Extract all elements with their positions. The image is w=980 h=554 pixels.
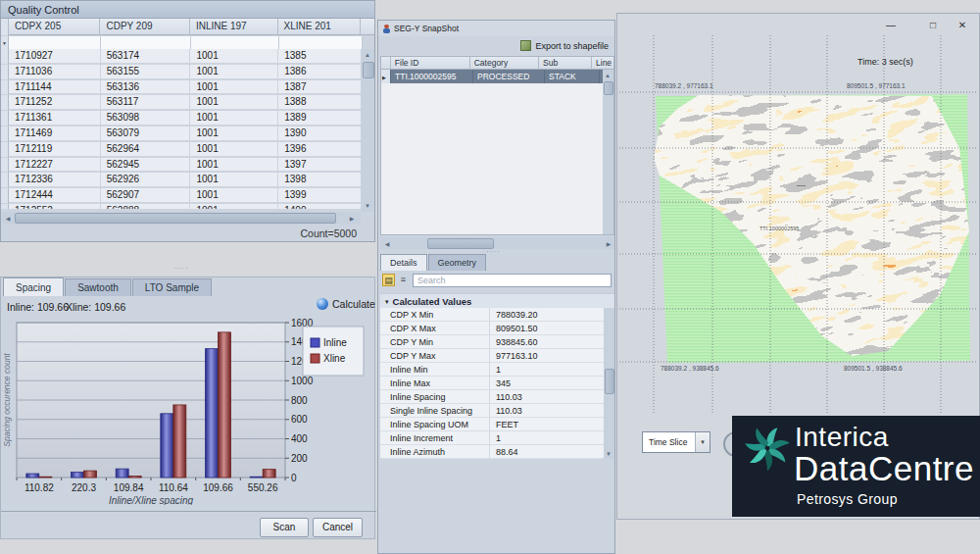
tab-details[interactable]: Details bbox=[380, 254, 427, 271]
props-vscrollbar[interactable]: ▼ bbox=[604, 308, 614, 459]
property-row[interactable]: Single Inline Spacing110.03 bbox=[380, 404, 604, 418]
qc-column-header[interactable]: CDPX 205 bbox=[9, 19, 100, 35]
tab-lto-sample[interactable]: LTO Sample bbox=[132, 278, 212, 296]
property-row[interactable]: CDP X Max809501.50 bbox=[380, 322, 604, 335]
export-to-shapefile-button[interactable]: Export to shapefile bbox=[520, 40, 609, 51]
calculate-button[interactable]: Calculate bbox=[317, 298, 375, 310]
table-row[interactable]: 171103656315510011386 bbox=[1, 65, 362, 80]
scroll-left-icon[interactable]: ◀ bbox=[3, 214, 13, 224]
table-cell: 1712444 bbox=[9, 188, 101, 203]
qc-column-header[interactable]: XLINE 201 bbox=[278, 19, 362, 35]
xline-spacing-value: Xline: 109.66 bbox=[66, 301, 125, 313]
property-row[interactable]: Inline Min1 bbox=[380, 363, 604, 377]
qc-column-header-spare bbox=[361, 19, 374, 35]
table-cell: 1001 bbox=[190, 111, 278, 126]
scroll-down-icon[interactable]: ▼ bbox=[363, 201, 372, 211]
scan-button[interactable]: Scan bbox=[260, 518, 309, 537]
table-row[interactable]: 171211956296410011396 bbox=[1, 142, 362, 158]
categorized-view-button[interactable]: ▤ bbox=[382, 274, 395, 286]
property-name: Inline Min bbox=[380, 363, 490, 377]
property-row[interactable]: Inline Azimuth88.64 bbox=[380, 445, 604, 459]
file-table-header: File ID Category Sub Category Line Nam bbox=[381, 57, 613, 70]
property-row[interactable]: CDP Y Max977163.10 bbox=[380, 349, 604, 363]
legend-label: Xline bbox=[323, 353, 346, 364]
splitter-handle[interactable]: ···· bbox=[486, 247, 501, 256]
logo-line-datacentre: DataCentre bbox=[794, 449, 974, 488]
property-row[interactable]: Inline Spacing UOMFEET bbox=[380, 418, 604, 431]
qc-hscrollbar[interactable]: ◀ ▶ bbox=[1, 212, 361, 225]
property-row[interactable]: Inline Increment1 bbox=[380, 431, 604, 445]
table-row[interactable]: 171125256311710011388 bbox=[1, 95, 362, 111]
row-marker-icon: ▶ bbox=[381, 70, 391, 83]
dropdown-arrow-icon[interactable]: ▾ bbox=[695, 432, 710, 452]
export-shapefile-icon bbox=[520, 40, 531, 51]
tab-spacing[interactable]: Spacing bbox=[3, 277, 64, 296]
table-cell: 1710927 bbox=[9, 49, 101, 64]
file-hscroll-thumb[interactable] bbox=[427, 238, 494, 249]
scroll-left-icon[interactable]: ◀ bbox=[382, 239, 392, 249]
scroll-right-icon[interactable]: ▶ bbox=[347, 214, 357, 224]
property-value: 1 bbox=[490, 431, 604, 445]
tab-geometry[interactable]: Geometry bbox=[428, 254, 487, 271]
qc-hscroll-thumb[interactable] bbox=[15, 213, 336, 224]
table-row[interactable]: 171146956307910011390 bbox=[1, 126, 362, 142]
file-column-header[interactable]: Line Nam bbox=[592, 57, 613, 70]
qc-table-body: 1710927563174100113851711036563155100113… bbox=[1, 49, 362, 209]
scroll-up-icon[interactable]: ▲ bbox=[363, 50, 372, 60]
quality-control-window: Quality Control CDPX 205 CDPY 209 INLINE… bbox=[0, 0, 375, 242]
qc-column-header[interactable]: INLINE 197 bbox=[190, 19, 278, 35]
table-row[interactable]: 171255256288810011400 bbox=[1, 204, 362, 209]
qc-vscrollbar[interactable]: ▲ ▼ bbox=[361, 49, 374, 212]
map-canvas[interactable] bbox=[617, 14, 980, 421]
x-tick-label: 110.64 bbox=[159, 482, 188, 493]
file-vscrollbar[interactable]: ▲ bbox=[603, 70, 613, 234]
scroll-right-icon[interactable]: ▶ bbox=[604, 239, 613, 249]
qc-vscroll-thumb[interactable] bbox=[363, 62, 374, 78]
file-row-selected[interactable]: ▶ TTI.1000002595 PROCESSED STACK bbox=[381, 70, 613, 83]
y-tick-label: 800 bbox=[291, 395, 308, 406]
props-vscroll-thumb[interactable] bbox=[605, 369, 614, 394]
scroll-down-icon[interactable]: ▼ bbox=[604, 449, 613, 459]
tab-sawtooth[interactable]: Sawtooth bbox=[65, 278, 131, 296]
file-column-header[interactable]: Sub Category bbox=[539, 57, 592, 70]
table-row[interactable]: 171114456313610011387 bbox=[1, 80, 362, 96]
quality-control-titlebar[interactable]: Quality Control bbox=[1, 1, 374, 19]
property-row[interactable]: Inline Spacing110.03 bbox=[380, 390, 604, 404]
alphabetical-view-button[interactable]: ≡ bbox=[397, 274, 410, 286]
table-cell: 562945 bbox=[101, 158, 191, 173]
segy-titlebar[interactable]: SEG-Y SnapShot bbox=[378, 21, 614, 36]
qc-count-label: Count=5000 bbox=[300, 227, 357, 239]
legend-swatch bbox=[311, 354, 319, 363]
row-marker bbox=[1, 65, 9, 80]
table-cell: 562888 bbox=[101, 204, 191, 209]
scroll-up-icon[interactable]: ▲ bbox=[603, 71, 612, 80]
property-row[interactable]: CDP Y Min938845.60 bbox=[380, 335, 604, 349]
search-input[interactable] bbox=[413, 274, 612, 287]
property-row[interactable]: Inline Max345 bbox=[380, 377, 604, 390]
file-column-header[interactable]: File ID bbox=[391, 57, 470, 70]
cancel-button[interactable]: Cancel bbox=[313, 518, 363, 537]
chart-legend bbox=[303, 327, 364, 376]
property-row[interactable]: CDP X Min788039.20 bbox=[380, 308, 604, 322]
table-row[interactable]: 171222756294510011397 bbox=[1, 158, 362, 174]
bar-xline bbox=[219, 332, 231, 478]
table-row[interactable]: 171136156309810011389 bbox=[1, 111, 362, 126]
table-cell: 563174 bbox=[101, 49, 191, 64]
table-row[interactable]: 171092756317410011385 bbox=[1, 49, 362, 65]
table-cell: 562926 bbox=[101, 173, 191, 187]
table-row[interactable]: 171233656292610011398 bbox=[1, 173, 362, 188]
file-column-header[interactable]: Category bbox=[470, 57, 539, 70]
corner-coordinate: 809501.5 , 977163.1 bbox=[847, 82, 906, 89]
logo-line-petrosys: Petrosys Group bbox=[797, 491, 898, 507]
file-vscroll-thumb[interactable] bbox=[604, 81, 613, 95]
splitter-handle[interactable]: ···· bbox=[174, 264, 189, 273]
corner-coordinate: 788039.2 , 938845.6 bbox=[661, 365, 719, 372]
qc-column-header[interactable]: CDPY 209 bbox=[100, 19, 190, 35]
category-cell: PROCESSED bbox=[473, 70, 545, 83]
table-cell: 1711144 bbox=[9, 80, 101, 95]
property-name: CDP X Max bbox=[380, 322, 490, 335]
time-slice-dropdown[interactable]: Time Slice ▾ bbox=[642, 431, 710, 453]
screen: { "icons": {"up":"▲","down":"▼","left":"… bbox=[0, 0, 980, 554]
table-row[interactable]: 171244456290710011399 bbox=[1, 188, 362, 204]
divider bbox=[1, 511, 376, 512]
